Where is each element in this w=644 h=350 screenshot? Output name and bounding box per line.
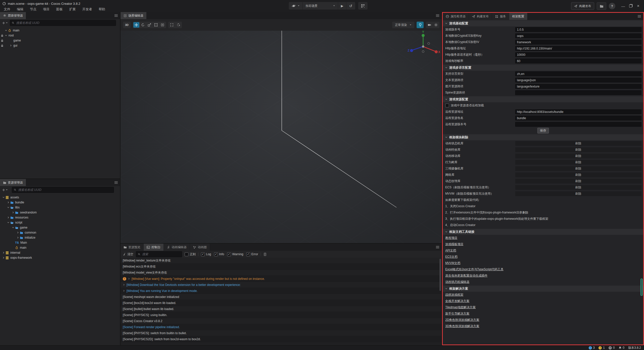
- clear-console-button[interactable]: 清空: [123, 252, 133, 256]
- chev-down-icon[interactable]: [12, 226, 14, 229]
- build-publish-button[interactable]: 构建发布: [571, 2, 594, 10]
- render-mode-select[interactable]: 正常渲染: [392, 22, 414, 28]
- filter-log-checkbox[interactable]: ✓Log: [201, 252, 211, 256]
- log-row[interactable]: [Scene] Cocos Creator v3.8.2: [120, 318, 441, 324]
- chev-right-icon[interactable]: [2, 251, 5, 254]
- play-button[interactable]: ▶: [338, 2, 346, 10]
- orientation-gizmo[interactable]: Y X Z: [408, 31, 440, 54]
- filter-warning-checkbox[interactable]: ✓Warning: [227, 252, 243, 256]
- Spine资源路径-input[interactable]: [515, 90, 641, 95]
- reload-button[interactable]: ↺: [346, 2, 355, 10]
- scene-select[interactable]: 当前场景: [303, 2, 338, 10]
- tree-node-script[interactable]: script: [0, 220, 120, 225]
- tab-构建发布[interactable]: 构建发布: [469, 13, 492, 20]
- chev-down-icon[interactable]: [5, 29, 7, 32]
- chev-right-icon[interactable]: [10, 44, 12, 47]
- 远程资源版本号-input[interactable]: [515, 122, 641, 127]
- chev-right-icon[interactable]: [7, 201, 10, 204]
- section-header[interactable]: 游戏多语言配置: [443, 65, 643, 71]
- scene-settings-button[interactable]: [433, 22, 439, 28]
- section-header[interactable]: 游戏基础配置: [443, 20, 643, 26]
- doc-link[interactable]: API文档: [445, 248, 456, 253]
- assets-search-input[interactable]: [18, 188, 112, 192]
- mode-3d-button[interactable]: 3D: [123, 22, 131, 28]
- hierarchy-search-input[interactable]: [16, 21, 114, 25]
- multi-device-preview-button[interactable]: [358, 2, 368, 10]
- create-node-button[interactable]: [2, 21, 8, 25]
- doc-link[interactable]: 原生包热更新配置自动生成插件: [445, 274, 488, 278]
- 游戏每秒帧率-input[interactable]: [515, 59, 641, 63]
- tree-node-root[interactable]: root: [0, 33, 120, 38]
- tab-属性检查器[interactable]: 属性检查器: [443, 13, 469, 20]
- tab-assets[interactable]: 资源管理器: [0, 179, 26, 186]
- lighting-toggle[interactable]: [417, 22, 424, 28]
- info-count[interactable]: i 3: [589, 346, 595, 349]
- tab-动画编辑器[interactable]: 动画编辑器: [164, 244, 190, 251]
- regex-checkbox[interactable]: 正则: [185, 252, 196, 256]
- tree-node-gui[interactable]: gui: [0, 43, 120, 48]
- tree-node-oops-framework[interactable]: oops-framework: [0, 255, 120, 260]
- log-row[interactable]: [Window] ecs文件夹存在: [120, 264, 441, 270]
- error-count[interactable]: × 0: [609, 346, 615, 349]
- tree-node-Main[interactable]: TSMain: [0, 240, 120, 245]
- tree-node-libs[interactable]: libs: [0, 205, 120, 210]
- save-button[interactable]: 保存: [537, 128, 549, 134]
- chev-right-icon[interactable]: [12, 211, 14, 214]
- menu-扩展[interactable]: 扩展: [66, 7, 79, 12]
- cull-button[interactable]: 剔除: [515, 141, 641, 146]
- tab-hierarchy[interactable]: 层级管理器: [0, 12, 26, 19]
- lock-icon[interactable]: [1, 34, 4, 37]
- doc-link[interactable]: 3D角色扮演游戏解决方案: [445, 324, 479, 328]
- cull-button[interactable]: 剔除: [515, 179, 641, 184]
- 本地数据CryptoES加密IV-input[interactable]: [515, 40, 641, 45]
- log-detail-icon[interactable]: [263, 253, 267, 256]
- chev-right-icon[interactable]: [17, 236, 19, 239]
- chev-right-icon[interactable]: [17, 231, 19, 234]
- section-header[interactable]: 框架文档工具链接: [443, 229, 643, 235]
- open-project-folder-button[interactable]: [597, 2, 606, 10]
- assets-menu-icon[interactable]: [114, 181, 118, 184]
- tab-动画图[interactable]: 动画图: [190, 244, 210, 251]
- tree-node-internal[interactable]: internal: [0, 250, 120, 255]
- console-search-input[interactable]: [142, 252, 180, 256]
- menu-项目[interactable]: 项目: [40, 7, 53, 12]
- chev-down-icon[interactable]: [5, 34, 7, 37]
- tree-node-bundle[interactable]: bundle: [0, 200, 120, 205]
- console-search[interactable]: [136, 251, 182, 257]
- cull-button[interactable]: 剔除: [515, 166, 641, 171]
- snap-rect-button[interactable]: [169, 22, 175, 28]
- 文本资源路径-input[interactable]: [515, 78, 641, 82]
- cull-button[interactable]: 剔除: [515, 154, 641, 158]
- cull-button[interactable]: 剔除: [515, 185, 641, 190]
- expand-chevron-icon[interactable]: [123, 290, 125, 292]
- tree-node-game[interactable]: game: [0, 38, 120, 43]
- scale-tool-button[interactable]: [146, 22, 152, 28]
- 远程资源地址-input[interactable]: [515, 109, 641, 114]
- cull-button[interactable]: 剔除: [515, 160, 641, 165]
- menu-编辑[interactable]: 编辑: [14, 7, 27, 12]
- menu-节点[interactable]: 节点: [27, 7, 40, 12]
- expand-chevron-icon[interactable]: [123, 284, 125, 286]
- tab-服务[interactable]: 服务: [492, 13, 509, 20]
- menu-文件[interactable]: 文件: [1, 7, 14, 12]
- Http服务器地址-input[interactable]: [515, 46, 641, 51]
- console-scrollbar[interactable]: [439, 259, 441, 291]
- log-row[interactable]: [Scene] Forward render pipeline initiali…: [120, 324, 441, 330]
- expand-chevron-icon[interactable]: [128, 278, 130, 280]
- scene-camera-button[interactable]: [426, 22, 432, 28]
- log-row[interactable]: [Scene] [box2d]:box2d wasm lib loaded.: [120, 300, 441, 306]
- close-button[interactable]: ×: [634, 2, 642, 10]
- tree-node-main[interactable]: main: [0, 245, 120, 250]
- filter-info-checkbox[interactable]: ✓Info: [214, 252, 224, 256]
- tree-node-seedrandom[interactable]: seedrandom: [0, 210, 120, 215]
- chev-down-icon[interactable]: [7, 206, 10, 209]
- tab-框架配置[interactable]: 框架配置: [509, 13, 528, 20]
- chev-right-icon[interactable]: [7, 216, 10, 219]
- cull-button[interactable]: 剔除: [515, 191, 641, 196]
- 支持语言类型-input[interactable]: [515, 71, 641, 76]
- inspector-scrollbar[interactable]: [640, 279, 643, 296]
- rotate-tool-button[interactable]: [140, 22, 146, 28]
- menu-开发者[interactable]: 开发者: [79, 7, 95, 12]
- doc-link[interactable]: ECS文档: [445, 255, 458, 259]
- log-row[interactable]: [Window] You are running Vue in developm…: [120, 288, 441, 294]
